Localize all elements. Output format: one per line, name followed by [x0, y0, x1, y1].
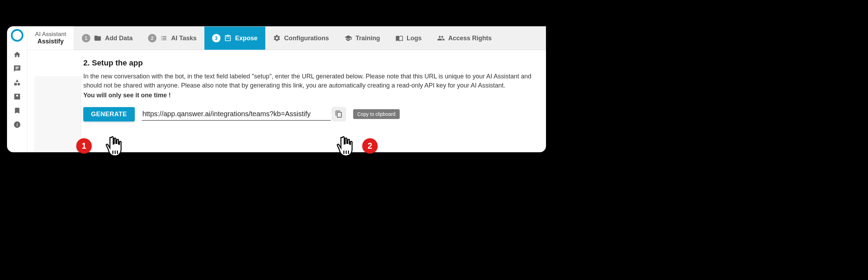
section-paragraph-text: In the new conversation with the bot, in… — [83, 73, 531, 89]
tab-access-rights[interactable]: Access Rights — [429, 27, 499, 50]
graduation-cap-icon — [344, 34, 352, 42]
tab-label: Access Rights — [448, 35, 492, 42]
nav-bookmark[interactable] — [13, 107, 21, 114]
app-logo-icon — [11, 29, 23, 42]
tab-training[interactable]: Training — [337, 27, 388, 50]
nav-home[interactable] — [13, 51, 21, 58]
copy-button[interactable] — [331, 107, 346, 121]
section-emphasis: You will only see it one time ! — [83, 91, 536, 100]
tab-ai-tasks[interactable]: 2 AI Tasks — [140, 27, 204, 50]
tab-configurations[interactable]: Configurations — [265, 27, 337, 50]
list-icon — [160, 34, 168, 42]
setup-section: 2. Setup the app In the new conversation… — [83, 58, 536, 121]
code-clipboard-icon — [224, 34, 232, 42]
nav-rail — [7, 26, 27, 152]
tab-label: AI Tasks — [171, 35, 197, 42]
assistant-name: Assistify — [37, 38, 64, 45]
people-icon — [437, 34, 445, 42]
copy-icon — [335, 110, 343, 118]
generated-url-input[interactable] — [142, 108, 331, 121]
generate-button[interactable]: GENERATE — [83, 107, 135, 121]
annotation-badge-2: 2 — [362, 138, 378, 154]
nav-account[interactable] — [13, 93, 21, 100]
section-heading: 2. Setup the app — [83, 58, 536, 68]
tab-add-data[interactable]: 1 Add Data — [74, 27, 140, 50]
step-number: 2 — [148, 34, 156, 42]
tab-label: Expose — [235, 35, 258, 42]
tab-label: Logs — [407, 35, 422, 42]
nav-info[interactable] — [13, 121, 21, 128]
sidebar-panel — [34, 76, 81, 152]
nav-chat[interactable] — [13, 65, 21, 72]
assistant-title-block: AI Assistant Assistify — [27, 26, 74, 50]
content-area: AI Assistant Assistify 1 Add Data 2 AI T… — [27, 26, 546, 152]
main-body: 2. Setup the app In the new conversation… — [27, 50, 546, 131]
nav-shapes[interactable] — [13, 79, 21, 86]
header-bar: AI Assistant Assistify 1 Add Data 2 AI T… — [27, 26, 546, 50]
gear-icon — [273, 34, 281, 42]
tab-expose[interactable]: 3 Expose — [204, 27, 265, 50]
book-icon — [396, 34, 403, 42]
account-box-icon — [13, 93, 21, 100]
tab-label: Training — [356, 35, 380, 42]
tab-label: Add Data — [105, 35, 133, 42]
generate-row: GENERATE Copy to clipboard — [83, 107, 536, 121]
info-icon — [13, 121, 21, 128]
step-number: 3 — [212, 34, 220, 42]
section-paragraph: In the new conversation with the bot, in… — [83, 72, 536, 100]
chat-icon — [13, 65, 21, 72]
shapes-icon — [13, 79, 21, 86]
step-number: 1 — [82, 34, 90, 42]
bookmark-icon — [13, 107, 21, 114]
assistant-title: AI Assistant — [35, 31, 66, 38]
tab-logs[interactable]: Logs — [388, 27, 429, 50]
folder-icon — [94, 34, 102, 42]
home-icon — [13, 51, 21, 58]
annotation-badge-1: 1 — [76, 138, 92, 154]
app-window: AI Assistant Assistify 1 Add Data 2 AI T… — [7, 26, 546, 152]
copy-tooltip: Copy to clipboard — [353, 109, 400, 119]
tab-bar: 1 Add Data 2 AI Tasks 3 Expose Configura… — [74, 26, 546, 50]
tab-label: Configurations — [284, 35, 329, 42]
